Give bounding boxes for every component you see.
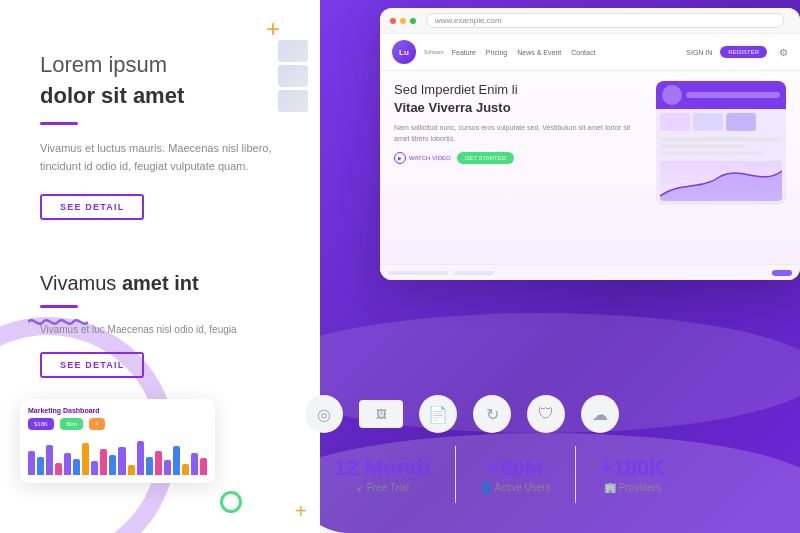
left-bottom-content: Vivamus amet int Vivamus et luc Maecenas… xyxy=(40,272,237,378)
chart-bar xyxy=(37,457,44,475)
stat-months-label: ↙ Free Trial xyxy=(334,482,431,493)
feature-icon-2: 🖼 xyxy=(359,400,403,428)
see-detail-button-2[interactable]: SEE DETAIL xyxy=(40,352,144,378)
get-started-button[interactable]: GET STARTED xyxy=(457,152,514,164)
left-panel: + Lorem ipsum dolor sit amet Vivamus et … xyxy=(0,0,320,533)
left-top-section: + Lorem ipsum dolor sit amet Vivamus et … xyxy=(0,0,320,240)
chart-bar xyxy=(64,453,71,475)
arrow-down-icon: ↙ xyxy=(356,482,364,493)
purple-divider-2 xyxy=(40,305,78,308)
browser-dot-close xyxy=(390,18,396,24)
stat-users: +80M 👤 Active Users xyxy=(456,446,576,503)
dashboard-title: Marketing Dashboard xyxy=(28,407,207,414)
browser-nav: Lu Software Feature Pricing News & Event… xyxy=(380,34,800,71)
watch-video-button[interactable]: ▶ WATCH VIDEO xyxy=(394,152,451,164)
plus-icon-orange: + xyxy=(266,15,280,43)
chart-bar xyxy=(182,464,189,475)
stat-box-1: $18K xyxy=(28,418,54,430)
stat-box-3: 4 xyxy=(89,418,104,430)
feature-icon-4: ↻ xyxy=(473,395,511,433)
hero-buttons: ▶ WATCH VIDEO GET STARTED xyxy=(394,152,646,164)
nav-feature[interactable]: Feature xyxy=(452,49,476,56)
stats-row: 12 Month ↙ Free Trial +80M 👤 Active User… xyxy=(310,446,689,503)
chart-bar xyxy=(173,446,180,475)
browser-mockup: www.example.com Lu Software Feature Pric… xyxy=(380,8,800,280)
chart-bar xyxy=(164,460,171,475)
chart-bar xyxy=(46,445,53,475)
chart-bar xyxy=(91,461,98,475)
chart-bar xyxy=(82,443,89,475)
browser-chrome-bar: www.example.com xyxy=(380,8,800,34)
browser-dot-maximize xyxy=(410,18,416,24)
stat-providers-value: +180K xyxy=(600,456,665,480)
stat-users-label: 👤 Active Users xyxy=(480,482,551,493)
dashboard-chart xyxy=(28,435,207,475)
chart-bar xyxy=(100,449,107,475)
stat-months-value: 12 Month xyxy=(334,456,431,480)
hero-section: Sed Imperdiet Enim li Vitae Viverra Just… xyxy=(380,71,800,215)
left-bottom-body: Vivamus et luc Maecenas nisl odio id, fe… xyxy=(40,322,237,338)
device-screen xyxy=(656,81,786,205)
thumb-1 xyxy=(278,40,308,62)
browser-url-bar[interactable]: www.example.com xyxy=(426,13,784,28)
hero-device-mockup xyxy=(656,81,786,205)
feature-icon-1: ◎ xyxy=(305,395,343,433)
brand-text: Software xyxy=(424,49,444,55)
nav-news[interactable]: News & Event xyxy=(517,49,561,56)
nav-pricing[interactable]: Pricing xyxy=(486,49,507,56)
nav-contact[interactable]: Contact xyxy=(571,49,595,56)
browser-logo: Lu xyxy=(392,40,416,64)
stat-providers: +180K 🏢 Providers xyxy=(576,446,689,503)
stat-users-value: +80M xyxy=(480,456,551,480)
chart-bar xyxy=(73,459,80,475)
nav-links: Feature Pricing News & Event Contact xyxy=(452,49,679,56)
left-body-text: Vivamus et luctus mauris. Maecenas nisl … xyxy=(40,139,290,176)
stat-months: 12 Month ↙ Free Trial xyxy=(310,446,456,503)
users-icon: 👤 xyxy=(480,482,492,493)
chart-bar xyxy=(28,451,35,475)
purple-divider xyxy=(40,122,78,125)
chart-bar xyxy=(200,458,207,475)
play-icon: ▶ xyxy=(394,152,406,164)
left-bottom-title: Vivamus amet int xyxy=(40,272,237,295)
browser-dot-minimize xyxy=(400,18,406,24)
feature-icons-row: ◎ 🖼 📄 ↻ 🛡 ☁ xyxy=(305,395,619,433)
feature-icon-5: 🛡 xyxy=(527,395,565,433)
building-icon: 🏢 xyxy=(604,482,616,493)
chart-bar xyxy=(146,457,153,475)
thumb-2 xyxy=(278,65,308,87)
chart-bar xyxy=(118,447,125,475)
see-detail-button[interactable]: SEE DETAIL xyxy=(40,194,144,220)
hero-text: Sed Imperdiet Enim li Vitae Viverra Just… xyxy=(394,81,646,205)
sign-in-link[interactable]: SIGN IN xyxy=(686,49,712,56)
feature-icon-3: 📄 xyxy=(419,395,457,433)
thumb-3 xyxy=(278,90,308,112)
stat-providers-label: 🏢 Providers xyxy=(600,482,665,493)
chart-bar xyxy=(55,463,62,475)
chart-bar xyxy=(191,453,198,475)
chart-bar xyxy=(109,455,116,475)
dashboard-preview-card: Marketing Dashboard $18K 8km 4 xyxy=(20,399,215,483)
left-heading: Lorem ipsum dolor sit amet xyxy=(40,50,290,112)
browser-content: Lu Software Feature Pricing News & Event… xyxy=(380,34,800,264)
register-button[interactable]: REGISTER xyxy=(720,46,767,58)
settings-icon[interactable]: ⚙ xyxy=(779,47,788,58)
chart-bar xyxy=(128,465,135,475)
thumbnail-strip xyxy=(278,40,308,112)
chart-bar xyxy=(155,451,162,475)
dashboard-stats: $18K 8km 4 xyxy=(28,418,207,430)
chart-bar xyxy=(137,441,144,475)
hero-title: Sed Imperdiet Enim li Vitae Viverra Just… xyxy=(394,81,646,117)
stat-box-2: 8km xyxy=(60,418,83,430)
feature-icon-6: ☁ xyxy=(581,395,619,433)
hero-body: Nam sollicitud nunc, cursus eros vulputa… xyxy=(394,123,646,144)
